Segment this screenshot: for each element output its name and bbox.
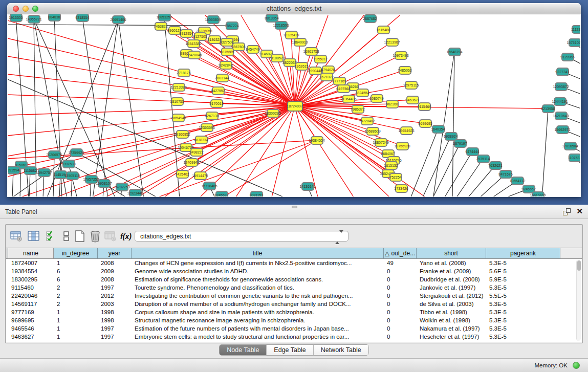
graph-node[interactable]: 12409948 [185, 158, 198, 167]
graph-node[interactable]: 1615132 [385, 161, 398, 170]
graph-node[interactable]: 9115460 [418, 102, 431, 111]
tab-node-table[interactable]: Node Table [220, 345, 267, 355]
graph-node[interactable]: 16210643 [555, 112, 568, 120]
graph-node[interactable]: 5875685 [221, 48, 234, 56]
graph-node[interactable]: 8081153 [250, 191, 263, 197]
graph-node[interactable]: 16782753 [116, 183, 128, 191]
graph-node[interactable]: 3824554 [356, 89, 369, 97]
graph-node[interactable]: 18640910 [294, 38, 307, 47]
column-header-in-degree[interactable]: in_degree [54, 248, 98, 259]
column-header-pagerank[interactable]: pagerank [486, 248, 560, 259]
graph-node[interactable]: 8960128 [168, 26, 181, 35]
graph-node[interactable]: 7632621 [489, 161, 502, 170]
column-header-name[interactable]: name [8, 248, 54, 259]
graph-node[interactable]: 2935114 [477, 155, 490, 163]
scrollbar-thumb[interactable] [577, 260, 581, 271]
graph-node[interactable]: 8878334 [195, 136, 208, 144]
graph-node[interactable]: 1362615 [295, 62, 308, 71]
graph-node[interactable]: 17957253 [85, 175, 98, 184]
graph-node[interactable]: 20691406 [112, 15, 125, 24]
graph-node[interactable]: 15720407 [361, 117, 374, 125]
graph-node[interactable]: 6879197 [454, 139, 467, 148]
graph-node[interactable]: 1913305 [10, 14, 23, 22]
graph-node[interactable]: 12353593 [201, 123, 213, 132]
graph-node[interactable]: 12093872 [555, 82, 568, 91]
graph-node[interactable]: 9463627 [406, 96, 419, 104]
graph-node[interactable]: 10654112 [511, 177, 524, 185]
graph-node[interactable]: 19756928 [396, 142, 409, 150]
network-window-titlebar[interactable]: citations_edges.txt [7, 3, 581, 14]
table-row[interactable]: 1830029562008Estimation of significance … [6, 275, 576, 283]
graph-node[interactable]: 8213958 [542, 104, 555, 113]
graph-node[interactable]: 2718176 [178, 69, 190, 77]
graph-node[interactable]: 14136141 [301, 182, 314, 191]
table-row[interactable]: 969969511998Structural magnetic resonanc… [6, 316, 576, 324]
table-vertical-scrollbar[interactable] [576, 260, 581, 341]
graph-node[interactable]: 2887682 [364, 14, 377, 23]
table-settings-icon[interactable] [10, 230, 23, 243]
graph-node[interactable]: 10973493 [395, 51, 407, 60]
graph-node[interactable]: 15692971 [556, 125, 569, 134]
graph-node[interactable]: 8990448 [309, 67, 322, 75]
network-graph-canvas[interactable]: 1872400798901622420046271817612213389924… [8, 14, 580, 196]
column-select-icon[interactable] [45, 230, 58, 243]
graph-node[interactable]: 16958107 [98, 179, 111, 188]
table-row[interactable]: 2242004622012Investigating the contribut… [6, 292, 576, 300]
graph-node[interactable]: 13505115 [66, 171, 79, 180]
table-row[interactable]: 1456911722003Disruption of a novel membe… [6, 300, 576, 308]
graph-node[interactable]: 1115682 [24, 166, 37, 175]
graph-node[interactable]: 8186328 [208, 35, 221, 44]
graph-node[interactable]: 1145194 [54, 170, 67, 179]
graph-node[interactable]: 18724007 [287, 101, 303, 112]
graph-node[interactable]: 8912954 [180, 29, 193, 38]
graph-node[interactable]: 15718485 [203, 182, 216, 190]
graph-node[interactable]: 8471676 [499, 170, 512, 179]
graph-node[interactable]: 6497568 [337, 84, 350, 93]
split-divider-handle[interactable] [292, 206, 297, 208]
graph-node[interactable]: 22420046 [188, 51, 201, 59]
table-row[interactable]: 1872400712008Changes of HCN gene express… [6, 259, 576, 267]
delete-table-icon[interactable] [89, 230, 102, 243]
column-header-out-de-[interactable]: △ out_de... [384, 248, 417, 259]
graph-node[interactable]: 7955812 [314, 55, 327, 63]
graph-node[interactable]: 15751074 [569, 38, 581, 47]
graph-node[interactable]: 1810755 [171, 97, 184, 106]
graph-node[interactable]: 9699695 [419, 119, 432, 128]
graph-node[interactable]: 9129966 [561, 53, 574, 61]
table-row[interactable]: 1938455462009Genome-wide association stu… [6, 267, 576, 275]
graph-node[interactable]: 16914479 [194, 171, 207, 180]
table-row[interactable]: 946362711997Embryonic stem cells: a mode… [6, 333, 576, 341]
graph-node[interactable]: 752254 [389, 173, 402, 182]
graph-node[interactable]: 7463822 [155, 22, 167, 31]
graph-node[interactable]: 1107533 [569, 154, 581, 162]
graph-node[interactable]: 13942757 [38, 168, 51, 177]
float-panel-icon[interactable] [563, 208, 571, 215]
column-header-year[interactable]: year [98, 248, 132, 259]
graph-node[interactable]: 19654923 [400, 126, 413, 135]
graph-node[interactable]: 8454749 [247, 45, 259, 54]
graph-node[interactable]: 12213389 [172, 83, 185, 92]
graph-node[interactable]: 12218506 [275, 21, 288, 30]
graph-node[interactable]: 1615480 [377, 26, 390, 34]
graph-node[interactable]: 9327508 [221, 38, 233, 47]
graph-node[interactable]: 9318554 [76, 14, 89, 22]
tab-network-table[interactable]: Network Table [314, 345, 368, 355]
graph-node[interactable]: 7857224 [226, 21, 238, 30]
graph-node[interactable]: 8427552 [212, 86, 225, 95]
graph-node[interactable]: 23188520 [271, 54, 284, 62]
graph-node[interactable]: 20206576 [48, 150, 61, 159]
table-row[interactable]: 911546021997Tourette syndrome. Phenomeno… [6, 283, 576, 292]
close-panel-icon[interactable]: ✕ [576, 207, 583, 216]
graph-node[interactable]: 9397588 [62, 160, 75, 168]
graph-node[interactable]: 12975115 [405, 81, 418, 90]
graph-node[interactable]: 7485063 [399, 66, 411, 75]
function-builder-icon[interactable]: f(x) [119, 230, 133, 243]
graph-node[interactable]: 2803144 [216, 74, 229, 82]
graph-node[interactable]: 17359924 [70, 148, 83, 157]
graph-node[interactable]: 9777169 [333, 77, 346, 85]
table-row[interactable]: 946554611997Estimation of the future num… [6, 324, 576, 333]
graph-node[interactable]: 9245632 [215, 191, 228, 197]
graph-node[interactable]: 1112304 [572, 25, 581, 34]
graph-node[interactable]: 16543382 [187, 39, 200, 48]
graph-node[interactable]: 8822037 [284, 58, 296, 67]
